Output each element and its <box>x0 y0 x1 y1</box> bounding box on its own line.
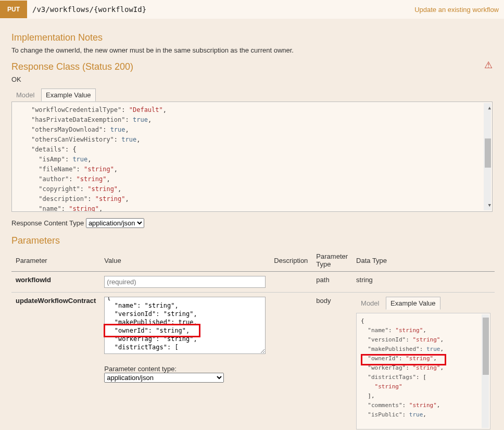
tab-example-value[interactable]: Example Value <box>41 88 95 102</box>
response-status-text: OK <box>11 75 493 83</box>
col-parameter: Parameter <box>11 249 100 272</box>
http-method-badge: PUT <box>0 1 27 18</box>
param-type: path <box>312 272 352 293</box>
scrollbar-thumb[interactable] <box>483 318 489 375</box>
warning-icon: ⚠ <box>484 59 493 71</box>
table-row: updateWorkflowContract Parameter content… <box>11 293 495 431</box>
response-content-type-label: Response Content Type <box>11 219 84 227</box>
response-class-title: Response Class (Status 200) <box>11 61 133 72</box>
param-workflowid: workflowId <box>16 276 51 284</box>
workflowid-input[interactable] <box>104 276 266 288</box>
tab-model[interactable]: Model <box>11 88 39 102</box>
response-tabs: Model Example Value <box>11 88 493 102</box>
col-value: Value <box>100 249 270 272</box>
operation-body: Implementation Notes To change the owner… <box>0 19 504 430</box>
param-updateworkflowcontract: updateWorkflowContract <box>16 297 96 305</box>
tab-example-mini[interactable]: Example Value <box>386 297 440 310</box>
endpoint-path: /v3/workflows/{workflowId} <box>30 5 414 14</box>
param-type: body <box>312 293 352 431</box>
response-example-box[interactable]: "workflowCredentialType": "Default", "ha… <box>11 102 493 212</box>
datatype-example-box[interactable]: { "name": "string", "versionId": "string… <box>356 313 490 429</box>
operation-header[interactable]: PUT /v3/workflows/{workflowId} Update an… <box>0 0 504 19</box>
parameter-content-type-label: Parameter content type: <box>104 365 266 373</box>
col-description: Description <box>270 249 312 272</box>
implementation-notes-text: To change the ownerId, the new owner mus… <box>11 46 493 54</box>
parameter-content-type-select[interactable]: application/json <box>104 373 224 383</box>
response-content-type-row: Response Content Type application/json <box>11 218 493 228</box>
parameters-table: Parameter Value Description Parameter Ty… <box>11 249 495 430</box>
body-textarea[interactable] <box>104 297 266 354</box>
col-parameter-type: Parameter Type <box>312 249 352 272</box>
scroll-up-icon[interactable]: ▲ <box>488 103 491 113</box>
scrollbar-thumb[interactable] <box>485 138 491 168</box>
table-row: workflowId path string <box>11 272 495 293</box>
implementation-notes-title: Implementation Notes <box>11 32 493 43</box>
tab-model-mini[interactable]: Model <box>356 297 384 310</box>
response-content-type-select[interactable]: application/json <box>86 218 144 228</box>
parameters-title: Parameters <box>11 235 493 246</box>
datatype-tabs: Model Example Value <box>356 297 490 310</box>
data-type: string <box>352 272 495 293</box>
operation-summary: Update an existing workflow <box>414 6 504 14</box>
col-data-type: Data Type <box>352 249 495 272</box>
scroll-down-icon[interactable]: ▼ <box>488 200 491 210</box>
